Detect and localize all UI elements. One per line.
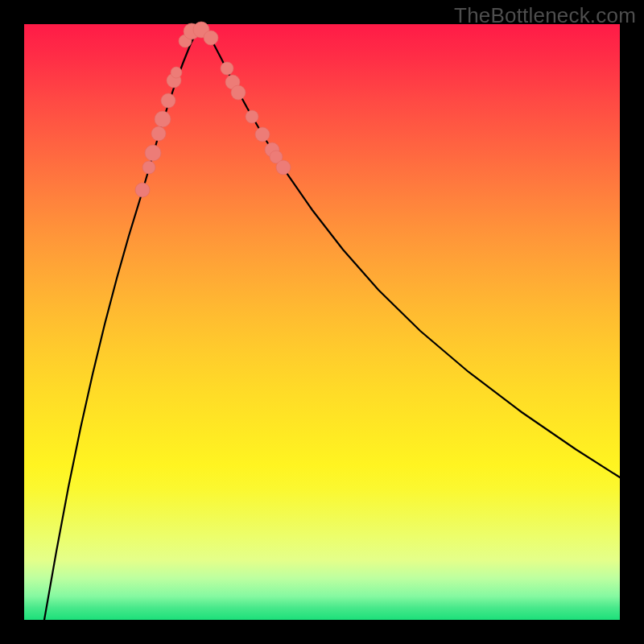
scatter-dot	[145, 145, 161, 161]
chart-svg	[24, 24, 620, 620]
plot-area	[24, 24, 620, 620]
chart-frame: TheBottleneck.com	[0, 0, 644, 644]
scatter-dot	[142, 161, 155, 174]
scatter-dot	[204, 31, 218, 45]
scatter-dot	[151, 126, 166, 141]
scatter-dot	[246, 110, 258, 123]
scatter-dot	[135, 183, 150, 197]
scatter-dot	[276, 160, 291, 175]
scatter-dot	[171, 67, 182, 78]
curve-right-branch	[199, 28, 620, 477]
scatter-dot	[161, 93, 175, 108]
scatter-dot	[231, 85, 246, 100]
scatter-dot	[221, 62, 233, 75]
scatter-dot	[155, 111, 171, 127]
scatter-dots	[135, 22, 291, 197]
scatter-dot	[255, 127, 270, 142]
curve-left-branch	[44, 28, 199, 620]
